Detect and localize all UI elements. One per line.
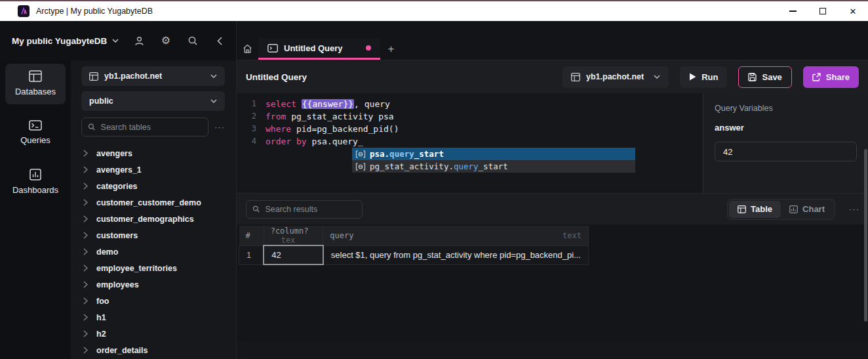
table-item-employees[interactable]: employees [81,276,225,293]
table-name: h2 [96,329,106,339]
chevron-right-icon [83,199,88,206]
connection-dropdown[interactable]: yb1.pachot.net [81,66,225,86]
code-token: order by [266,137,311,146]
table-name: customer_demographics [96,215,194,224]
result-cell-column[interactable]: 42 [264,245,323,264]
table-view-button[interactable]: Table [729,201,781,218]
column-header-query[interactable]: querytext [323,226,589,245]
save-button[interactable]: Save [738,66,791,88]
table-item-demo[interactable]: demo [81,243,225,260]
column-name: ?column? [271,226,309,236]
chevron-right-icon [83,347,88,354]
gear-icon: ⚙ [161,35,170,46]
code-token: pg_stat_activity psa [291,112,394,121]
nav-item-dashboards[interactable]: Dashboards [5,162,66,203]
variable-value-input[interactable] [715,142,857,161]
table-icon [89,72,98,81]
table-name: employee_territories [96,264,177,273]
explorer-more-button[interactable]: ··· [208,122,225,132]
person-icon [134,35,145,47]
line-number: 4 [237,135,256,148]
code-token: where [266,124,296,134]
chart-view-button[interactable]: Chart [781,201,833,218]
table-item-foo[interactable]: foo [81,293,225,309]
arctype-logo-icon [18,5,30,17]
result-cell-query[interactable]: select $1, query from pg_stat_activity w… [323,245,589,264]
app-root: My public YugabyteDB ⚙ [0,21,868,359]
chart-icon [789,205,798,213]
table-item-order_details[interactable]: order_details [81,342,225,358]
table-item-categories[interactable]: categories [81,178,225,194]
close-button[interactable]: ✕ [838,1,868,21]
share-button[interactable]: Share [803,66,859,88]
table-item-avengers_1[interactable]: avengers_1 [81,161,225,178]
workspace-header: My public YugabyteDB ⚙ [0,21,236,60]
variable-name: answer [715,123,857,133]
chevron-down-icon [654,75,660,79]
collapse-sidebar-button[interactable] [214,35,226,47]
ac-prefix: psa. [370,149,389,159]
chevron-right-icon [83,232,88,239]
nav-item-databases[interactable]: Databases [5,64,66,104]
query-variables-heading: Query Variables [715,104,857,113]
results-more-button[interactable]: ··· [843,204,859,214]
share-icon [812,73,821,81]
code-text: where pid=pg_backend_pid() [256,123,399,135]
settings-button[interactable]: ⚙ [160,35,172,47]
table-item-h2[interactable]: h2 [81,326,225,342]
code-token: {{answer}} [302,99,354,109]
autocomplete-item[interactable]: psa.query_start [352,148,635,160]
tab-label: Untitled Query [284,43,343,53]
table-item-h1[interactable]: h1 [81,309,225,326]
code-token: psa.query_ [311,137,363,146]
chevron-down-icon [210,74,217,78]
workspace-switcher[interactable]: My public YugabyteDB [0,36,119,46]
main-panel: Untitled Query yb1.pachot.net Run Save [236,60,868,359]
chevron-right-icon [83,248,88,255]
query-icon [267,44,278,53]
query-header: Untitled Query yb1.pachot.net Run Save [237,60,868,93]
schema-dropdown[interactable]: public [81,91,225,111]
autocomplete-item[interactable]: pg_stat_activity.query_start [352,160,635,173]
search-results-input[interactable] [265,205,356,214]
column-header-column[interactable]: ?column?tex [264,226,323,245]
home-tab[interactable] [237,38,258,60]
search-results-box [246,200,363,219]
query-title: Untitled Query [246,72,307,82]
table-item-employee_territories[interactable]: employee_territories [81,260,225,276]
table-item-customer_customer_demo[interactable]: customer_customer_demo [81,194,225,211]
global-search-button[interactable] [187,35,199,47]
nav-rail: DatabasesQueriesDashboards [0,60,71,359]
table-item-avengers[interactable]: avengers [81,145,225,161]
scrollbar-thumb[interactable] [864,149,867,322]
table-item-customer_demographics[interactable]: customer_demographics [81,211,225,227]
sql-editor[interactable]: 1select {{answer}}, query2from pg_stat_a… [237,93,703,193]
table-name: foo [96,297,109,306]
code-text: select {{answer}}, query [256,98,390,110]
run-button[interactable]: Run [680,66,727,88]
search-tables-input[interactable] [101,123,202,132]
chevron-down-icon [210,99,217,103]
results-area: #?column?texquerytext 142select $1, quer… [237,224,868,341]
minimize-button[interactable] [778,1,808,21]
query-connection-name: yb1.pachot.net [586,72,644,81]
dashboards-icon [30,169,41,180]
tab-untitled-query[interactable]: Untitled Query [258,38,380,60]
chevron-right-icon [83,281,88,288]
chevron-right-icon [83,297,88,305]
account-button[interactable] [133,35,145,47]
column-header-num[interactable]: # [239,226,264,245]
maximize-button[interactable] [808,1,838,21]
row-index-cell[interactable]: 1 [239,245,264,264]
chevron-right-icon [83,330,88,337]
new-tab-button[interactable]: + [380,38,403,60]
query-connection-dropdown[interactable]: yb1.pachot.net [562,66,669,88]
column-name: # [246,231,250,240]
code-token: select [266,99,302,109]
autocomplete-text: pg_stat_activity.query_start [370,161,508,171]
table-name: employees [96,280,139,289]
line-number: 2 [237,110,256,123]
table-item-customers[interactable]: customers [81,227,225,243]
table-name: customer_customer_demo [96,198,201,207]
nav-item-queries[interactable]: Queries [5,114,66,153]
